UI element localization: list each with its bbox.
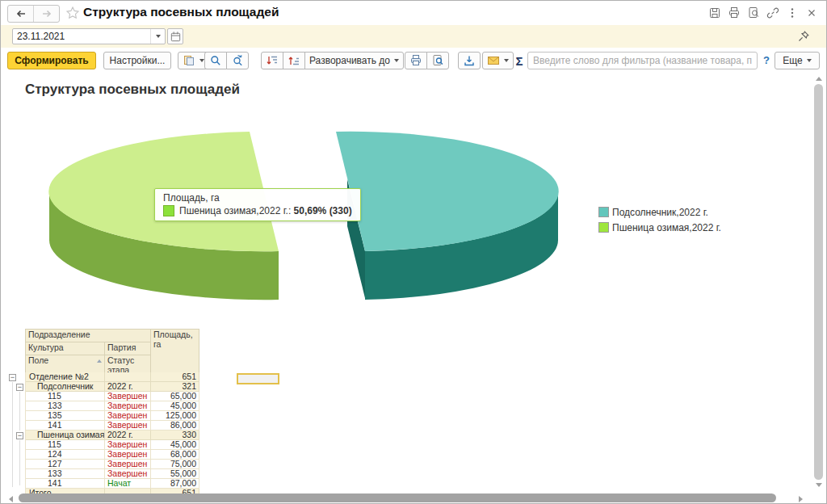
tree-expand-button[interactable]: − xyxy=(16,384,23,391)
table-cell[interactable]: 115 xyxy=(26,440,105,450)
table-row[interactable]: 133Завершен55,000 xyxy=(26,469,199,479)
scroll-left-arrow[interactable] xyxy=(9,496,13,502)
table-row[interactable]: 141Завершен86,000 xyxy=(26,421,199,430)
table-cell[interactable]: 125,000 xyxy=(151,411,199,421)
pin-button[interactable] xyxy=(796,28,812,44)
table-cell[interactable]: 86,000 xyxy=(151,421,199,430)
sum-button[interactable]: Σ xyxy=(512,52,527,69)
table-cell[interactable]: Завершен xyxy=(105,392,151,401)
horizontal-scrollbar-thumb[interactable] xyxy=(19,494,776,502)
tooltip-swatch xyxy=(163,205,174,216)
table-cell[interactable]: 2022 г. xyxy=(105,382,151,392)
scroll-up-arrow[interactable] xyxy=(816,77,822,81)
tree-expand-button[interactable]: − xyxy=(16,432,23,439)
header-stage-status[interactable]: Статус этапа xyxy=(105,355,151,373)
table-cell[interactable]: Начат xyxy=(105,479,151,489)
table-cell[interactable]: Завершен xyxy=(105,411,151,421)
date-input[interactable]: 23.11.2021 xyxy=(12,28,166,44)
save-file-group xyxy=(458,52,481,69)
search-button[interactable] xyxy=(204,52,227,69)
forward-button[interactable] xyxy=(33,6,59,22)
table-cell[interactable]: 55,000 xyxy=(151,469,199,479)
header-field[interactable]: Поле xyxy=(26,355,105,373)
kebab-menu-icon xyxy=(786,6,799,19)
selected-cell[interactable] xyxy=(237,373,279,384)
table-cell[interactable]: Завершен xyxy=(105,401,151,411)
table-cell[interactable]: 65,000 xyxy=(151,392,199,401)
back-button[interactable] xyxy=(8,6,33,22)
collapse-all-button[interactable] xyxy=(283,52,305,69)
favorite-star-icon[interactable] xyxy=(65,6,80,20)
table-row[interactable]: Пшеница озимая2022 г.330 xyxy=(26,430,199,440)
search-group xyxy=(204,52,249,69)
report-area: Структура посевных площадей Площадь, га … xyxy=(1,74,826,503)
table-cell[interactable]: 127 xyxy=(26,460,105,469)
table-cell[interactable]: Пшеница озимая xyxy=(26,430,105,440)
table-row[interactable]: 127Завершен75,000 xyxy=(26,460,199,469)
table-cell[interactable]: Отделение №2 xyxy=(26,372,105,382)
header-party[interactable]: Партия xyxy=(105,342,151,355)
calendar-button[interactable] xyxy=(167,28,183,44)
print-preview-button[interactable] xyxy=(426,52,449,69)
table-row[interactable]: 115Завершен45,000 xyxy=(26,440,199,450)
table-row[interactable]: 124Завершен68,000 xyxy=(26,450,199,460)
print-button[interactable] xyxy=(405,52,427,69)
table-row[interactable]: 133Завершен45,000 xyxy=(26,401,199,411)
more-menu-button[interactable] xyxy=(786,6,799,19)
table-cell[interactable]: 45,000 xyxy=(151,440,199,450)
settings-button[interactable]: Настройки... xyxy=(103,52,171,69)
generate-button[interactable]: Сформировать xyxy=(7,52,96,69)
table-cell[interactable]: 124 xyxy=(26,450,105,460)
table-cell[interactable]: 141 xyxy=(26,479,105,489)
table-cell[interactable]: 141 xyxy=(26,421,105,430)
header-culture[interactable]: Культура xyxy=(26,342,105,355)
scroll-right-arrow[interactable] xyxy=(799,496,803,502)
table-cell[interactable]: 133 xyxy=(26,469,105,479)
get-link-button[interactable] xyxy=(766,6,779,19)
close-button[interactable] xyxy=(805,6,818,19)
table-cell[interactable]: 330 xyxy=(151,430,199,440)
table-cell[interactable]: Завершен xyxy=(105,450,151,460)
table-cell[interactable]: Завершен xyxy=(105,460,151,469)
download-button[interactable] xyxy=(458,52,481,69)
table-cell[interactable] xyxy=(105,372,151,382)
print-preview-button-titlebar[interactable] xyxy=(747,6,760,19)
save-button[interactable] xyxy=(708,6,721,19)
email-button[interactable] xyxy=(482,52,514,69)
table-cell[interactable]: 321 xyxy=(151,382,199,392)
table-cell[interactable]: 135 xyxy=(26,411,105,421)
table-row[interactable]: 135Завершен125,000 xyxy=(26,411,199,421)
nav-buttons xyxy=(7,5,60,23)
help-link[interactable]: ? xyxy=(763,54,770,66)
table-cell[interactable]: 2022 г. xyxy=(105,430,151,440)
table-cell[interactable]: 75,000 xyxy=(151,460,199,469)
table-cell[interactable]: Завершен xyxy=(105,421,151,430)
table-cell[interactable]: 45,000 xyxy=(151,401,199,411)
table-cell[interactable]: Завершен xyxy=(105,469,151,479)
table-cell[interactable]: 115 xyxy=(26,392,105,401)
table-row[interactable]: Подсолнечник2022 г.321 xyxy=(26,382,199,392)
table-cell[interactable]: 87,000 xyxy=(151,479,199,489)
header-area[interactable]: Площадь, га xyxy=(151,330,199,373)
header-division[interactable]: Подразделение xyxy=(26,330,151,342)
search-next-button[interactable] xyxy=(226,52,249,69)
more-actions-button[interactable]: Еще xyxy=(775,52,820,69)
chevron-down-icon xyxy=(504,59,509,62)
table-row[interactable]: 115Завершен65,000 xyxy=(26,392,199,401)
table-cell[interactable]: 651 xyxy=(151,372,199,382)
expand-all-button[interactable] xyxy=(261,52,283,69)
table-cell[interactable]: 133 xyxy=(26,401,105,411)
table-cell[interactable]: Завершен xyxy=(105,440,151,450)
scroll-down-arrow[interactable] xyxy=(816,483,822,487)
table-cell[interactable]: 68,000 xyxy=(151,450,199,460)
table-cell[interactable]: Подсолнечник xyxy=(26,382,105,392)
table-row[interactable]: 141Начат87,000 xyxy=(26,479,199,489)
table-row[interactable]: Отделение №2651 xyxy=(26,372,199,382)
titlebar-actions xyxy=(708,6,818,19)
vertical-scrollbar-thumb[interactable] xyxy=(814,84,823,480)
date-dropdown-button[interactable] xyxy=(150,29,165,44)
filter-input[interactable] xyxy=(527,52,758,69)
tree-expand-button[interactable]: − xyxy=(9,374,16,381)
print-button-titlebar[interactable] xyxy=(728,6,741,19)
expand-to-button[interactable]: Разворачивать до xyxy=(304,52,404,69)
